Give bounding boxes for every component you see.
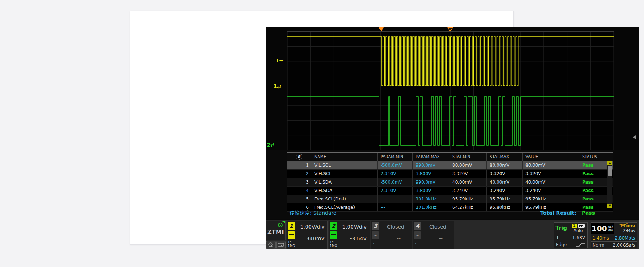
cell-stat-max: 95.80kHz (487, 203, 523, 211)
table-scrollbar[interactable]: ▲ ▼ (607, 161, 612, 208)
channel-4-scale: Closed (422, 224, 454, 230)
table-row[interactable]: 3 VIL.SDA -500.0mV 990.0mV 40.00mV 40.00… (287, 178, 613, 187)
screen-panel-button[interactable] (276, 241, 286, 249)
t-time-block: T-Time 294us (614, 223, 637, 234)
trigger-panel[interactable]: Trig 1 Auto T 1.68V (554, 222, 588, 248)
cell-param-max: 3.800V (413, 170, 449, 178)
cell-param-min: 2.310V (378, 187, 413, 195)
cell-param-min: --- (378, 195, 413, 203)
timebase-unit: us/ div (608, 225, 613, 232)
channel-2-position-marker[interactable]: 2⇄ (267, 142, 274, 148)
table-row[interactable]: 4 VIH.SDA 2.310V 3.800V 3.240V 3.240V 3.… (287, 187, 613, 195)
page-background: T→ 1⇄ 2⇄ B NAME PARAM.MIN PARAM.MAX STAT… (0, 0, 644, 267)
cell-index: 3 (287, 178, 311, 186)
probe-ratio: 1:1 (288, 240, 295, 244)
t-time-value: 294us (614, 228, 635, 233)
trigger-position-marker-icon[interactable] (447, 27, 453, 32)
corner-flag-icon (282, 221, 285, 224)
table-row[interactable]: 1 VIL.SCL -500.0mV 990.0mV 80.00mV 80.00… (287, 161, 613, 170)
cell-stat-max: 3.240V (487, 187, 523, 195)
cell-param-min: 2.310V (378, 170, 413, 178)
total-result-label: Total Result: (540, 210, 576, 216)
cell-stat-min: 95.79kHz (449, 195, 487, 203)
trigger-type: Edge (556, 242, 567, 247)
cell-param-min: --- (378, 203, 413, 211)
trigger-level-label: T (556, 235, 559, 240)
cell-value: 3.240V (523, 187, 579, 195)
measurement-table: B NAME PARAM.MIN PARAM.MAX STAT.MIN STAT… (287, 152, 613, 209)
probe-ratio: -:- (414, 242, 418, 246)
trigger-level-marker[interactable]: T→ (276, 57, 283, 63)
cell-stat-max: 80.00mV (487, 161, 523, 169)
touch-icon (267, 242, 274, 248)
cell-param-min: -500.0mV (378, 161, 413, 169)
acquire-mode: Norm (592, 242, 604, 248)
brand-logo: ZTMI (266, 221, 286, 240)
coupling-disabled-icon: – (414, 231, 421, 239)
channel-1-position-marker[interactable]: 1⇄ (273, 83, 281, 89)
status-bar: ZTMI 1 1:1 (266, 219, 639, 249)
bus-column-header: B (287, 153, 311, 161)
trigger-label: Trig (554, 223, 569, 234)
channel-2-offset: -3.64V (350, 236, 367, 241)
speed-value: Standard (313, 210, 337, 216)
probe-ratio: -:- (372, 242, 375, 246)
cell-param-max: 990.0mV (413, 161, 449, 169)
trigger-level-value: 1.68V (572, 235, 585, 240)
channel-1-block[interactable]: 1 1:1 1MΩ 1.00V/div 340mV (287, 221, 328, 249)
channel-3-block[interactable]: 3 – -:- Closed -- (371, 221, 412, 249)
waveform-svg (287, 32, 614, 150)
trigger-delay-marker-icon[interactable] (379, 27, 384, 31)
t-time-label: T-Time (614, 223, 635, 228)
panel-icon (277, 242, 285, 248)
collapse-panel-handle[interactable] (633, 135, 636, 139)
touch-gesture-button[interactable] (266, 241, 276, 249)
table-header-row: B NAME PARAM.MIN PARAM.MAX STAT.MIN STAT… (287, 153, 613, 161)
speed-label: 传输速度: (289, 210, 312, 216)
cell-value: 3.320V (523, 170, 579, 178)
trigger-source-badge: 1 (572, 224, 577, 228)
trigger-coupling-icon (578, 224, 585, 228)
scroll-down-icon[interactable]: ▼ (607, 204, 612, 208)
cell-name: VIH.SDA (311, 187, 378, 195)
column-header-param-min: PARAM.MIN (378, 153, 413, 161)
timebase-box[interactable]: 100 us/ div (591, 223, 614, 234)
memory-depth: 2.80Mpts (615, 236, 635, 241)
probe-impedance: 1MΩ (288, 244, 295, 248)
probe-ratio: 1:1 (330, 240, 337, 244)
cell-stat-max: 3.320V (487, 170, 523, 178)
channel-3-badge: 3 (372, 222, 379, 230)
cell-stat-max: 40.00mV (487, 178, 523, 186)
column-header-value: VALUE (523, 153, 579, 161)
channel-2-badge: 2 (330, 222, 337, 230)
cell-param-max: 990.0mV (413, 178, 449, 186)
channel-2-probe: 1:1 1MΩ (330, 240, 337, 248)
cell-name: Freq.SCL(First) (311, 195, 378, 203)
channel-4-block[interactable]: 4 – -:- Closed -- (413, 221, 454, 249)
column-header-status: STATUS (579, 153, 612, 161)
cell-index: 2 (287, 170, 311, 178)
total-result: Total Result: Pass (540, 210, 595, 216)
channel-1-scale: 1.00V/div (300, 224, 325, 230)
panel-seam-divider (632, 27, 632, 249)
table-row[interactable]: 2 VIH.SCL 2.310V 3.800V 3.320V 3.320V 3.… (287, 170, 613, 178)
channel-1-badge: 1 (288, 222, 295, 230)
cell-stat-min: 3.320V (449, 170, 487, 178)
cell-param-max: 3.800V (413, 187, 449, 195)
window-time: 1.40ms (592, 236, 609, 241)
table-body: 1 VIL.SCL -500.0mV 990.0mV 80.00mV 80.00… (287, 161, 613, 212)
channel-4-probe: -:- (414, 242, 418, 246)
cell-stat-max: 95.79kHz (487, 195, 523, 203)
oscilloscope-screen: T→ 1⇄ 2⇄ B NAME PARAM.MIN PARAM.MAX STAT… (266, 27, 639, 249)
dc-coupling-icon (330, 231, 337, 239)
cell-name: VIH.SCL (311, 170, 378, 178)
brand-name: ZTMI (267, 229, 284, 236)
column-header-param-max: PARAM.MAX (413, 153, 449, 161)
horizontal-panel[interactable]: 100 us/ div T-Time 294us 1.40ms 2.80Mpts (591, 222, 637, 248)
channel-3-offset: -- (397, 236, 401, 241)
scroll-up-icon[interactable]: ▲ (607, 161, 612, 165)
table-row[interactable]: 5 Freq.SCL(First) --- 101.0kHz 95.79kHz … (287, 195, 613, 203)
scrollbar-thumb[interactable] (608, 166, 612, 176)
column-header-stat-min: STAT.MIN (449, 153, 487, 161)
channel-2-block[interactable]: 2 1:1 1MΩ 1.00V/div -3.64V (329, 221, 370, 249)
